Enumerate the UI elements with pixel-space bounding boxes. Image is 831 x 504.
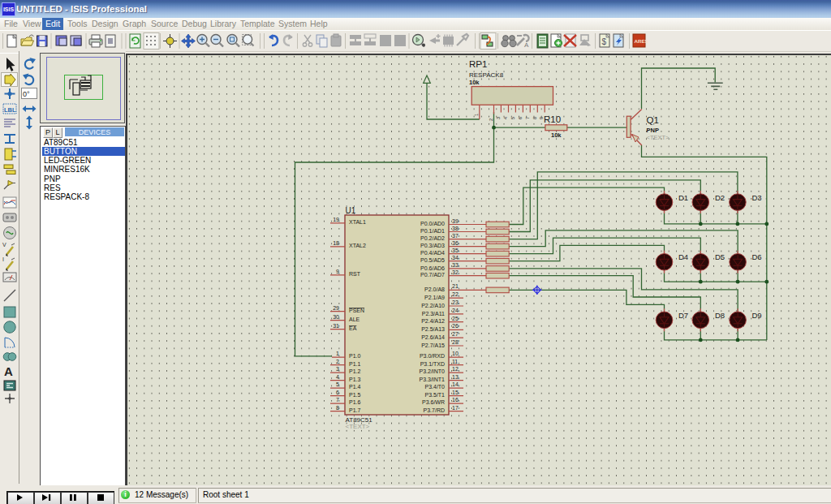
svg-text:P2.4/A12: P2.4/A12 [421,318,445,324]
svg-text:26: 26 [452,323,459,329]
svg-text:P1.2: P1.2 [349,368,361,374]
svg-text:P0.1/AD1: P0.1/AD1 [420,228,445,234]
svg-text:P2.0/A8: P2.0/A8 [424,286,445,292]
svg-text:P0.5/AD5: P0.5/AD5 [420,257,445,263]
svg-text:4: 4 [336,374,339,380]
svg-text:D8: D8 [715,311,725,320]
svg-text:15: 15 [452,390,459,395]
svg-text:PSEN: PSEN [349,308,364,313]
svg-text:RST: RST [349,271,361,277]
svg-text:D6: D6 [752,252,762,261]
svg-text:31: 31 [333,323,339,329]
svg-text:1: 1 [336,351,339,356]
svg-text:P0.7/AD7: P0.7/AD7 [420,272,445,278]
svg-text:8: 8 [336,405,339,411]
svg-text:1: 1 [474,114,479,116]
svg-text:D2: D2 [715,193,725,202]
svg-text:22: 22 [452,291,459,297]
svg-text:P0.4/AD4: P0.4/AD4 [420,250,445,256]
svg-text:P0.3/AD3: P0.3/AD3 [420,243,445,248]
svg-text:V: V [2,242,6,248]
svg-text:3: 3 [496,117,501,119]
svg-text:P3.2/INT0: P3.2/INT0 [419,368,445,374]
svg-text:27: 27 [452,331,459,337]
svg-text:P1.7: P1.7 [349,407,361,413]
svg-text:7: 7 [525,117,530,119]
svg-text:35: 35 [452,248,459,253]
svg-text:6: 6 [518,117,523,119]
svg-text:P1.0: P1.0 [349,353,361,359]
svg-text:13: 13 [452,374,459,380]
svg-text:4: 4 [503,117,508,119]
svg-text:P3.4/T0: P3.4/T0 [424,384,445,390]
svg-text:39: 39 [452,218,459,224]
svg-text:16: 16 [452,397,459,403]
svg-text:17: 17 [452,405,459,411]
svg-text:PNP: PNP [647,127,659,134]
svg-text:P3.6/WR: P3.6/WR [422,399,445,405]
svg-text:P2.5/A13: P2.5/A13 [421,326,445,332]
svg-text:P3.3/INT1: P3.3/INT1 [419,377,445,382]
svg-text:12: 12 [452,366,459,372]
svg-text:A: A [4,364,13,378]
svg-text:36: 36 [452,240,459,246]
svg-text:P1.3: P1.3 [349,377,361,382]
svg-text:XTAL2: XTAL2 [349,243,366,248]
svg-text:P0.0/AD0: P0.0/AD0 [420,221,445,226]
svg-text:P1.5: P1.5 [349,392,361,398]
svg-text:P2.1/A9: P2.1/A9 [424,295,445,300]
svg-text:P3.7/RD: P3.7/RD [424,407,445,413]
svg-text:<TEXT>: <TEXT> [647,134,670,141]
svg-text:34: 34 [452,255,459,261]
svg-text:8: 8 [532,117,537,119]
svg-text:D9: D9 [752,311,762,320]
svg-text:P1.1: P1.1 [349,361,361,367]
svg-text:LBL: LBL [4,106,16,114]
svg-text:ALE: ALE [349,317,360,322]
svg-text:21: 21 [452,283,459,289]
svg-text:2: 2 [336,359,339,364]
svg-text:P3.1/TXD: P3.1/TXD [420,361,445,367]
svg-text:I: I [2,256,4,262]
svg-text:R10: R10 [544,114,561,124]
svg-text:14: 14 [452,381,459,387]
svg-text:23: 23 [452,299,459,305]
svg-text:D4: D4 [678,252,688,261]
svg-text:30: 30 [333,314,339,320]
svg-text:P0.2/AD2: P0.2/AD2 [420,235,445,241]
svg-text:11: 11 [452,359,458,364]
svg-text:32: 32 [452,269,459,275]
svg-text:EA: EA [349,325,357,331]
svg-text:P2.2/A10: P2.2/A10 [421,303,445,308]
svg-text:3: 3 [336,366,339,372]
svg-text:P2.6/A14: P2.6/A14 [421,334,445,340]
svg-text:A: A [524,41,529,49]
svg-text:0°: 0° [23,90,30,98]
svg-text:7: 7 [336,397,339,403]
svg-text:D1: D1 [678,193,688,202]
svg-text:37: 37 [452,233,459,239]
svg-text:XTAL1: XTAL1 [349,219,366,225]
svg-text:P2.7/A15: P2.7/A15 [421,342,445,348]
svg-text:P3.5/T1: P3.5/T1 [424,392,445,398]
svg-text:9: 9 [336,269,339,274]
svg-text:5: 5 [510,117,515,119]
svg-text:10k: 10k [469,79,480,86]
svg-text:D7: D7 [678,311,688,320]
svg-text:Q1: Q1 [647,115,659,125]
svg-text:RP1: RP1 [469,59,487,69]
svg-text:28: 28 [452,339,459,345]
svg-text:P0.6/AD6: P0.6/AD6 [420,265,445,271]
svg-text:19: 19 [333,217,339,222]
svg-text:2: 2 [489,118,493,121]
svg-text:38: 38 [452,226,459,231]
svg-text:P1.4: P1.4 [349,384,361,390]
svg-text:10: 10 [452,351,459,356]
svg-text:D5: D5 [715,252,725,261]
svg-text:33: 33 [452,262,459,268]
svg-text:$: $ [602,37,607,46]
svg-text:ARES: ARES [635,38,648,44]
svg-text:<TEXT>: <TEXT> [346,423,370,430]
svg-text:P3.0/RXD: P3.0/RXD [420,353,445,359]
svg-text:P1.6: P1.6 [349,399,361,405]
